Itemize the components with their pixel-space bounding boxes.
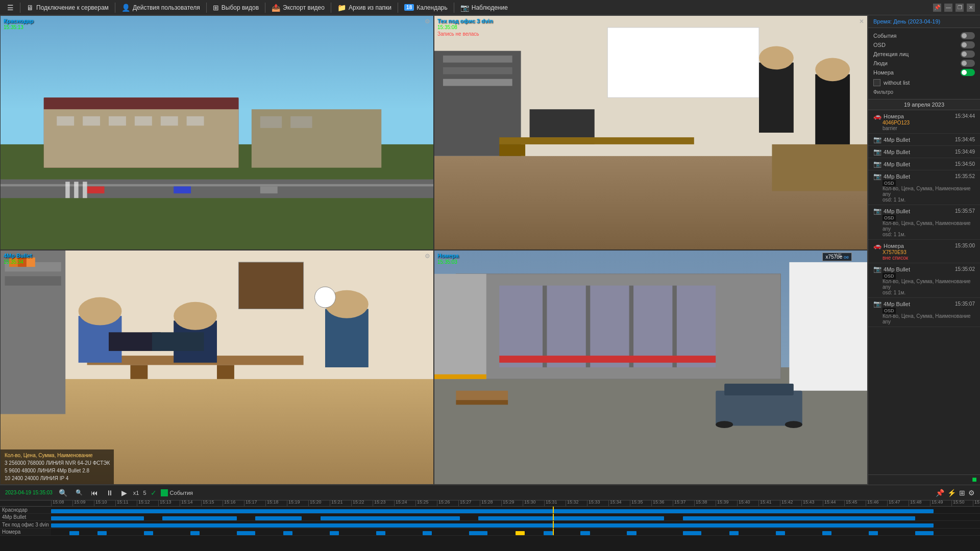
seg-p8 <box>376 531 385 535</box>
filter-osd-label: OSD <box>873 42 886 48</box>
svg-rect-14 <box>290 116 312 128</box>
layout-button[interactable]: ⊞ <box>959 489 965 497</box>
filter-events-label: События <box>873 33 896 39</box>
without-list-checkbox[interactable] <box>873 79 880 86</box>
calendar-menu[interactable]: 18 Календарь <box>399 4 453 11</box>
cam3-settings-icon[interactable]: ⚙ <box>425 253 430 260</box>
track-office3-bars[interactable] <box>51 521 980 528</box>
svg-rect-6 <box>57 116 74 126</box>
filter-people-toggle[interactable] <box>961 60 975 67</box>
ruler-tick: 15:29 <box>501 500 523 506</box>
pin-timeline-button[interactable]: 📌 <box>936 489 944 497</box>
ruler-tick: 15:10 <box>94 500 115 506</box>
svg-rect-80 <box>434 374 486 379</box>
ruler-tick: 15:18 <box>265 500 287 506</box>
close-button[interactable]: ✕ <box>967 4 975 12</box>
event-item-4[interactable]: 📷 4Mp Bullet 15:34:50 <box>868 158 980 170</box>
user-actions-menu[interactable]: 👤 Действия пользователя <box>116 4 205 12</box>
svg-rect-66 <box>499 286 716 367</box>
pin-button[interactable]: 📌 <box>933 4 941 12</box>
filter-plates-toggle[interactable] <box>961 69 975 76</box>
seg-p20 <box>915 531 934 535</box>
svg-rect-70 <box>672 286 676 367</box>
track-krasnodar-bars[interactable] <box>51 507 980 513</box>
pause-button[interactable]: ⏸ <box>104 488 115 498</box>
event-6-device: 4Mp Bullet <box>884 208 910 214</box>
event-4-device: 4Mp Bullet <box>884 161 910 167</box>
cam2-close-icon[interactable]: ✕ <box>859 18 864 25</box>
event-item-6[interactable]: 📷 4Mp Bullet 15:35:57 OSD Кол-во, Цена, … <box>868 205 980 240</box>
ruler-tick: 15:22 <box>351 500 373 506</box>
filter-face-toggle[interactable] <box>961 51 975 58</box>
speed-indicator: x1 <box>133 490 139 496</box>
minimize-button[interactable]: — <box>944 4 952 12</box>
cam3-osd-overlay: Кол-во, Цена, Сумма, Наименование 3 2560… <box>1 449 114 484</box>
seg-p7 <box>330 531 339 535</box>
window-controls: 📌 — ❐ ✕ <box>933 4 978 12</box>
svg-rect-4 <box>44 97 239 109</box>
prev-button[interactable]: ⏮ <box>89 488 100 498</box>
events-checkbox[interactable] <box>161 489 168 496</box>
seg-p1 <box>69 531 79 535</box>
cam1-settings-icon[interactable]: ⚙ <box>425 18 430 25</box>
filter-osd-toggle[interactable] <box>961 41 975 48</box>
plate-icon-1: 🚗 <box>873 112 881 120</box>
svg-rect-19 <box>65 182 69 198</box>
track-krasnodar: Краснодар <box>0 507 980 514</box>
seg-o1 <box>51 523 934 528</box>
seg-p16 <box>729 531 739 535</box>
zoom-in-button[interactable]: 🔍 <box>57 488 69 498</box>
maximize-button[interactable]: ❐ <box>955 4 964 12</box>
sep4 <box>265 3 265 13</box>
hamburger-menu[interactable]: ☰ <box>2 4 19 12</box>
track-plates-bars[interactable] <box>51 529 980 535</box>
time-label: Время: <box>873 18 892 24</box>
filter-button[interactable]: Фильтро <box>873 88 975 96</box>
surveillance-menu[interactable]: 📷 Наблюдение <box>455 4 513 12</box>
svg-rect-9 <box>135 116 152 126</box>
camera-plates[interactable]: Номера 15:35:03 x757ое ое WE <box>434 250 868 485</box>
event-item-9[interactable]: 📷 4Mp Bullet 15:35:07 OSD Кол-во, Цена, … <box>868 298 980 327</box>
camera-icon-2: 📷 <box>873 136 881 143</box>
event-item-2[interactable]: 📷 4Mp Bullet 15:34:45 <box>868 134 980 146</box>
svg-point-34 <box>759 46 794 70</box>
filter-face-row: Детекция лиц <box>873 49 975 59</box>
view-select-menu[interactable]: ⊞ Выбор видов <box>208 4 264 12</box>
filter-timeline-button[interactable]: ⚡ <box>947 489 956 497</box>
ruler-tick: 15:47 <box>887 500 909 506</box>
event-6-time: 15:35:57 <box>955 208 975 214</box>
event-7-time: 15:35:00 <box>955 243 975 248</box>
svg-point-56 <box>174 302 217 330</box>
events-checkbox-area: События <box>161 489 193 496</box>
camera-office3[interactable]: Тех под офис 3 dvin 15:35:08 Запись не в… <box>434 15 868 250</box>
event-item-3[interactable]: 📷 4Mp Bullet 15:34:49 <box>868 146 980 158</box>
connect-server-menu[interactable]: 🖥 Подключение к серверам <box>21 4 114 12</box>
sep5 <box>331 3 331 13</box>
svg-rect-72 <box>789 262 867 391</box>
track-krasnodar-playhead <box>553 507 554 513</box>
event-item-1[interactable]: 🚗 Номера 15:34:44 4046РО123 barrier <box>868 110 980 134</box>
camera-4mp-bullet[interactable]: 4Mp Bullet 15:35:34 ⚙ Кол-во, Цена, Сумм… <box>0 250 434 485</box>
event-item-5[interactable]: 📷 4Mp Bullet 15:35:52 OSD Кол-во, Цена, … <box>868 170 980 205</box>
ruler-tick: 15:32 <box>566 500 587 506</box>
settings-timeline-button[interactable]: ⚙ <box>968 489 975 497</box>
ruler-tick: 15:41 <box>758 500 780 506</box>
seg-p17 <box>776 531 785 535</box>
event-item-8[interactable]: 📷 4Mp Bullet 15:35:02 OSD Кол-во, Цена, … <box>868 263 980 298</box>
cam2-timestamp: 15:35:08 <box>437 24 457 30</box>
track-4mp-bars[interactable] <box>51 514 980 520</box>
event-9-time: 15:35:07 <box>955 301 975 307</box>
archive-folder-menu[interactable]: 📁 Архив из папки <box>332 4 397 12</box>
filter-events-toggle[interactable] <box>961 32 975 39</box>
track-4mp-playhead <box>553 514 554 520</box>
svg-rect-78 <box>456 391 508 400</box>
event-9-detail: OSD <box>873 308 975 313</box>
svg-rect-21 <box>83 182 87 198</box>
play-button[interactable]: ▶ <box>119 488 129 498</box>
camera-krasnodar[interactable]: Краснодар 15:35:13 ⚙ <box>0 15 434 250</box>
sidebar-date-header: 19 апреля 2023 <box>868 99 980 110</box>
event-item-7[interactable]: 🚗 Номера 15:35:00 Х7570Е93 вне список <box>868 240 980 263</box>
ruler-tick: 15:34 <box>608 500 630 506</box>
zoom-out-button[interactable]: 🔍 <box>74 488 85 497</box>
export-video-menu[interactable]: 📤 Экспорт видео <box>266 4 330 12</box>
